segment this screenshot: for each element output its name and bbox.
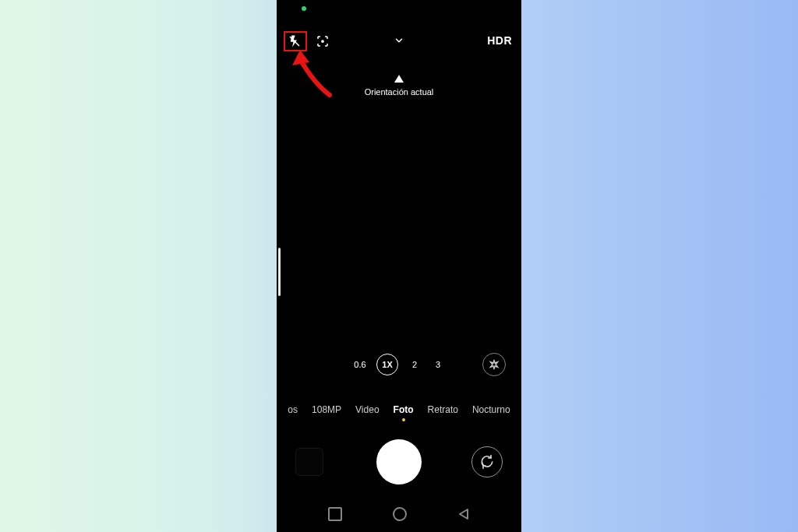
orientation-indicator: Orientación actual — [277, 75, 521, 97]
flip-camera-button[interactable] — [471, 446, 503, 477]
hdr-button[interactable]: HDR — [487, 34, 512, 47]
svg-marker-3 — [292, 50, 309, 65]
status-dot — [302, 6, 306, 11]
svg-point-1 — [321, 40, 324, 43]
gallery-thumbnail[interactable] — [295, 448, 323, 476]
exposure-slider[interactable] — [278, 248, 281, 296]
shutter-button[interactable] — [376, 439, 422, 484]
svg-marker-4 — [460, 509, 468, 519]
android-nav-bar — [277, 502, 521, 526]
ai-scene-icon[interactable] — [316, 34, 330, 48]
mode-item-clipped[interactable]: os — [288, 404, 298, 415]
mode-item-retrato[interactable]: Retrato — [428, 404, 458, 415]
mode-item-nocturno[interactable]: Nocturno — [472, 404, 510, 415]
chevron-down-icon[interactable] — [391, 35, 407, 46]
mode-selector[interactable]: os 108MP Video Foto Retrato Nocturno — [277, 404, 521, 415]
mode-item-108mp[interactable]: 108MP — [312, 404, 341, 415]
flash-off-icon[interactable] — [288, 34, 302, 48]
triangle-up-icon — [394, 75, 404, 83]
filters-button[interactable] — [482, 353, 506, 376]
filters-icon — [488, 358, 500, 371]
orientation-label: Orientación actual — [365, 87, 434, 97]
zoom-level-0[interactable]: 0.6 — [353, 360, 367, 369]
zoom-level-1[interactable]: 1X — [376, 354, 398, 375]
mode-item-foto-label: Foto — [394, 404, 414, 415]
nav-back-icon[interactable] — [458, 508, 471, 520]
shutter-row — [277, 435, 521, 489]
svg-marker-2 — [394, 75, 404, 83]
nav-home-icon[interactable] — [393, 507, 407, 521]
mode-active-dot — [402, 418, 405, 421]
phone-screen: HDR Orientación actual 0.6 1X 2 3 — [277, 0, 521, 532]
zoom-row: 0.6 1X 2 3 — [277, 353, 521, 376]
zoom-level-2[interactable]: 2 — [408, 360, 422, 369]
page-background: HDR Orientación actual 0.6 1X 2 3 — [0, 0, 798, 532]
zoom-level-3[interactable]: 3 — [431, 360, 445, 369]
mode-item-foto[interactable]: Foto — [394, 404, 414, 415]
flip-camera-icon — [479, 454, 495, 470]
mode-item-video[interactable]: Video — [355, 404, 379, 415]
nav-recent-icon[interactable] — [328, 507, 342, 521]
zoom-selector[interactable]: 0.6 1X 2 3 — [353, 354, 445, 375]
